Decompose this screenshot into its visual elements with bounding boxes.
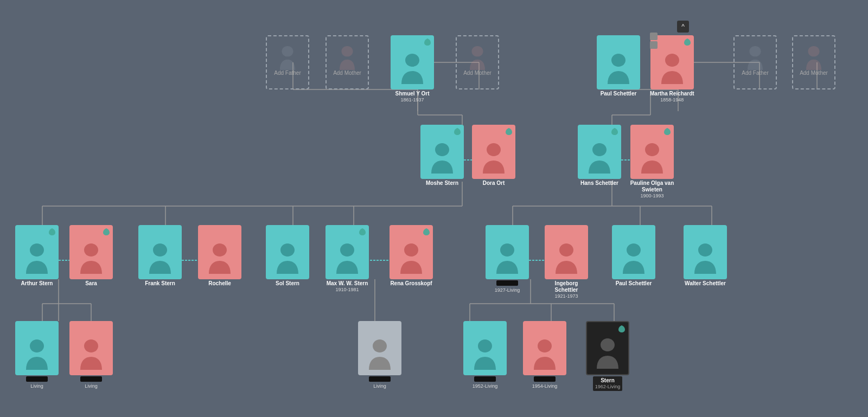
stern-living-center-node[interactable]: Living [358,321,401,389]
stern-1927-node[interactable]: 1927-Living [486,225,529,293]
up-button[interactable]: ^ [677,21,689,33]
mini-icons-container [650,33,658,49]
add-mother-shmuel-node[interactable]: Add Mother [326,35,369,89]
rena-grosskopf-node[interactable]: Rena Grosskopf [390,225,433,287]
stern-1952-node[interactable]: 1952-Living [463,321,507,389]
sol-stern-node[interactable]: Sol Stern [266,225,309,287]
stern-living2-node[interactable]: Living [69,321,113,389]
add-father-martha-node[interactable]: Add Father [733,35,777,89]
rochelle-node[interactable]: Rochelle [198,225,241,287]
pauline-olga-node[interactable]: Pauline Olga van Swieten 1900-1993 [628,125,676,199]
stern-1954-node[interactable]: 1954-Living [523,321,566,389]
add-mother-martha-node[interactable]: Add Mother [792,35,835,89]
frank-stern-node[interactable]: Frank Stern [138,225,182,287]
arthur-stern-node[interactable]: Arthur Stern [15,225,59,287]
stern-1962-node[interactable]: Stern 1962-Living [586,321,629,391]
add-mother-shmuel2-node[interactable]: Add Mother [456,35,499,89]
mini-icon-1 [650,33,658,40]
add-father-shmuel-node[interactable]: Add Father [266,35,309,89]
walter-schettler-node[interactable]: Walter Schettler [684,225,727,287]
family-tree-container: { "tree": { "title": "Family Tree", "upB… [0,0,868,417]
moshe-stern-node[interactable]: Moshe Stern [420,125,464,187]
mini-icon-2 [650,41,658,49]
ingeborg-schettler-node[interactable]: Ingeborg Schettler 1921-1973 [542,225,590,299]
stern-living1-node[interactable]: Living [15,321,59,389]
dora-ort-node[interactable]: Dora Ort [472,125,515,187]
hans-schettler-node[interactable]: Hans Schettler [578,125,621,187]
max-stern-node[interactable]: Max W. W. Stern 1910-1981 [326,225,369,293]
shmuel-ort-node[interactable]: Shmuel Y Ort 1861-1937 [391,35,434,103]
paul-schettler-node[interactable]: Paul Schettler [597,35,640,97]
sara-node[interactable]: Sara [69,225,113,287]
paul-schettler2-node[interactable]: Paul Schettler [612,225,655,287]
